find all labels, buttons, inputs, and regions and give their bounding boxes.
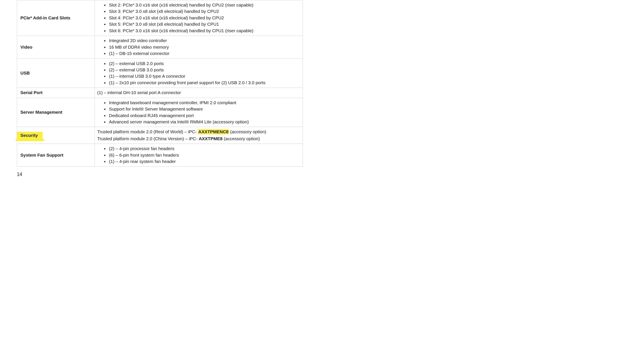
value-video: Integrated 2D video controller 16 MB of …	[95, 36, 303, 59]
security-line1-part: AXXTPMENC8	[198, 129, 229, 134]
list-item: (2) – external USB 3.0 ports	[108, 67, 300, 73]
security-label-text: Security	[20, 133, 38, 138]
page-number: 14	[17, 172, 22, 177]
label-mgmt: Server Management	[17, 98, 95, 127]
security-line2-post: (accessory option)	[222, 136, 260, 141]
row-pcie: PCIe* Add-in Card Slots Slot 2: PCIe* 3.…	[17, 0, 303, 36]
list-item: Slot 3: PCIe* 3.0 x8 slot (x8 electrical…	[108, 8, 300, 15]
pcie-list: Slot 2: PCIe* 3.0 x16 slot (x16 electric…	[97, 2, 300, 34]
value-usb: (2) – external USB 2.0 ports (2) – exter…	[95, 59, 303, 88]
security-line2-part: AXXTPME8	[198, 136, 222, 141]
security-line1-post: (accessory option)	[229, 129, 266, 134]
label-usb: USB	[17, 59, 95, 88]
security-line-1: Trusted platform module 2.0 (Rest of Wor…	[97, 129, 300, 135]
spec-page: PCIe* Add-in Card Slots Slot 2: PCIe* 3.…	[0, 0, 322, 179]
list-item: (1) – internal USB 3.0 type A connector	[108, 73, 300, 79]
list-item: Slot 5: PCIe* 3.0 x8 slot (x8 electrical…	[108, 21, 300, 27]
row-video: Video Integrated 2D video controller 16 …	[17, 36, 303, 59]
list-item: (6) – 6-pin front system fan headers	[108, 152, 300, 158]
list-item: (2) – external USB 2.0 ports	[108, 60, 300, 67]
security-line1-pre: Trusted platform module 2.0 (Rest of Wor…	[97, 129, 198, 134]
list-item: (1) – DB-15 external connector	[108, 50, 300, 57]
list-item: (2) – 4-pin processor fan headers	[108, 145, 300, 152]
fans-list: (2) – 4-pin processor fan headers (6) – …	[97, 145, 300, 165]
mgmt-list: Integrated baseboard management controll…	[97, 100, 300, 125]
serial-text: (1) – internal DH-10 serial port A conne…	[97, 90, 300, 96]
list-item: Integrated 2D video controller	[108, 38, 300, 44]
list-item: Support for Intel® Server Management sof…	[108, 106, 300, 112]
list-item: Advanced server management via Intel® RM…	[108, 119, 300, 125]
list-item: Dedicated onboard RJ45 management port	[108, 112, 300, 119]
row-serial: Serial Port (1) – internal DH-10 serial …	[17, 88, 303, 98]
list-item: 16 MB of DDR4 video memory	[108, 44, 300, 50]
label-security: Security	[17, 127, 95, 144]
value-pcie: Slot 2: PCIe* 3.0 x16 slot (x16 electric…	[95, 0, 303, 36]
value-fans: (2) – 4-pin processor fan headers (6) – …	[95, 144, 303, 167]
list-item: Integrated baseboard management controll…	[108, 100, 300, 106]
list-item: (1) – 2x10 pin connector providing front…	[108, 80, 300, 86]
value-serial: (1) – internal DH-10 serial port A conne…	[95, 88, 303, 98]
security-line-2: Trusted platform module 2.0 (China Versi…	[97, 136, 300, 142]
security-line2-pre: Trusted platform module 2.0 (China Versi…	[97, 136, 198, 141]
list-item: Slot 6: PCIe* 3.0 x16 slot (x16 electric…	[108, 28, 300, 34]
row-fans: System Fan Support (2) – 4-pin processor…	[17, 144, 303, 167]
row-mgmt: Server Management Integrated baseboard m…	[17, 98, 303, 127]
spec-table: PCIe* Add-in Card Slots Slot 2: PCIe* 3.…	[17, 0, 303, 167]
list-item: Slot 2: PCIe* 3.0 x16 slot (x16 electric…	[108, 2, 300, 8]
highlight-underline	[16, 139, 44, 141]
value-mgmt: Integrated baseboard management controll…	[95, 98, 303, 127]
list-item: (1) – 4-pin rear system fan header	[108, 158, 300, 165]
value-security: Trusted platform module 2.0 (Rest of Wor…	[95, 127, 303, 144]
video-list: Integrated 2D video controller 16 MB of …	[97, 38, 300, 57]
label-serial: Serial Port	[17, 88, 95, 98]
label-pcie: PCIe* Add-in Card Slots	[17, 0, 95, 36]
row-security: Security Trusted platform module 2.0 (Re…	[17, 127, 303, 144]
list-item: Slot 4: PCIe* 3.0 x16 slot (x16 electric…	[108, 15, 300, 21]
usb-list: (2) – external USB 2.0 ports (2) – exter…	[97, 60, 300, 86]
security-highlight: Security	[20, 132, 38, 139]
label-video: Video	[17, 36, 95, 59]
label-fans: System Fan Support	[17, 144, 95, 167]
row-usb: USB (2) – external USB 2.0 ports (2) – e…	[17, 59, 303, 88]
